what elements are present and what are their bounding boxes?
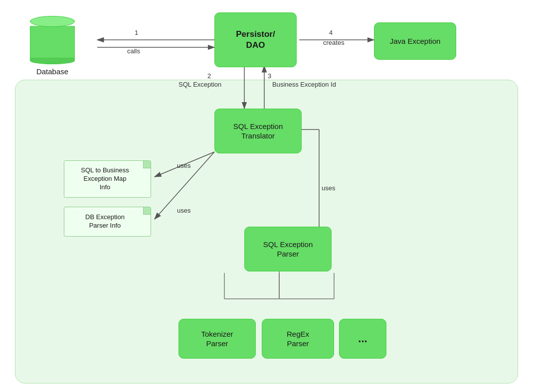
arrow-label-uses-1: uses	[177, 162, 190, 169]
sql-to-business-map-node: SQL to Business Exception Map Info	[64, 160, 151, 198]
tokenizer-parser-node: Tokenizer Parser	[178, 319, 256, 359]
java-exception-node: Java Exception	[374, 22, 456, 60]
sql-exception-parser-node: SQL Exception Parser	[244, 227, 332, 271]
database-node: Database	[27, 16, 77, 64]
arrow-label-1: 1	[135, 29, 138, 36]
arrow-label-business-exception-id: Business Exception Id	[272, 81, 336, 88]
db-exception-parser-label: DB Exception Parser Info	[85, 213, 125, 230]
diagram-container: Database Persistor/ DAO Java Exception 1…	[0, 0, 533, 392]
sql-to-business-map-label: SQL to Business Exception Map Info	[81, 166, 129, 192]
sql-exception-translator-node: SQL Exception Translator	[214, 109, 302, 153]
database-label: Database	[27, 67, 77, 76]
regex-parser-label: RegEx Parser	[287, 329, 309, 349]
persistor-dao-label: Persistor/ DAO	[236, 29, 275, 51]
arrow-label-4: 4	[329, 29, 333, 36]
db-exception-parser-node: DB Exception Parser Info	[64, 207, 151, 237]
ellipsis-node: ...	[339, 319, 386, 359]
sql-exception-translator-label: SQL Exception Translator	[233, 122, 283, 141]
ellipsis-label: ...	[358, 332, 367, 346]
arrow-label-2: 2	[207, 72, 211, 80]
arrow-label-3: 3	[268, 72, 271, 80]
regex-parser-node: RegEx Parser	[262, 319, 334, 359]
tokenizer-parser-label: Tokenizer Parser	[201, 329, 233, 349]
persistor-dao-node: Persistor/ DAO	[214, 12, 297, 67]
arrow-label-creates: creates	[323, 39, 345, 46]
arrow-label-sql-exception: SQL Exception	[178, 81, 221, 88]
java-exception-label: Java Exception	[390, 36, 441, 46]
arrow-label-uses-3: uses	[322, 184, 335, 192]
arrow-label-uses-2: uses	[177, 207, 190, 214]
sql-exception-parser-label: SQL Exception Parser	[263, 240, 313, 259]
arrow-label-calls: calls	[127, 47, 140, 55]
